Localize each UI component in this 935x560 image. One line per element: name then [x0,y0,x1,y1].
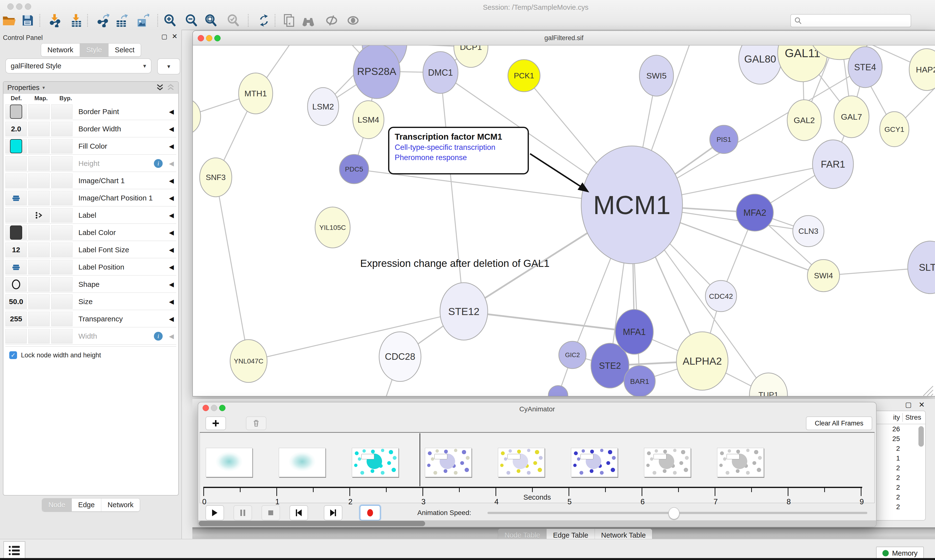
table-row[interactable]: 2 [874,463,925,473]
app-minimize-button[interactable] [16,3,22,10]
frame-thumbnail-5[interactable] [498,448,545,477]
network-node-CLN3[interactable]: CLN3 [793,215,824,247]
network-node-PDC5[interactable]: PDC5 [339,154,369,184]
frame-thumbnail-7[interactable] [644,448,691,477]
play-button[interactable] [205,505,224,520]
property-def-cell[interactable]: 50.0 [5,294,27,309]
network-window-titlebar[interactable]: galFiltered.sif [193,31,935,46]
network-edge[interactable] [216,177,248,361]
clear-all-frames-button[interactable]: Clear All Frames [806,417,872,430]
properties-header[interactable]: Properties ▾ [3,82,178,94]
property-def-cell[interactable] [5,139,27,154]
property-map-cell[interactable] [28,208,50,223]
property-map-cell[interactable] [28,105,50,119]
network-node-SNF3[interactable]: SNF3 [200,158,232,197]
open-folder-icon[interactable] [2,13,17,28]
network-node-GIC2[interactable]: GIC2 [559,341,586,369]
zoom-selected-icon[interactable] [226,13,241,28]
frame-thumbnail-1[interactable] [206,448,253,477]
table-column-header[interactable]: Stres [905,414,921,422]
app-close-button[interactable] [7,3,14,10]
save-floppy-icon[interactable] [20,13,35,28]
property-def-cell[interactable] [5,208,27,223]
property-def-cell[interactable]: 12 [5,243,27,257]
export-image-icon[interactable] [136,13,150,28]
search-input[interactable] [790,14,911,27]
property-def-cell[interactable] [5,277,27,292]
table-row[interactable]: 2 [874,502,925,512]
network-node-PCK1[interactable]: PCK1 [508,60,540,92]
network-node-LSM2[interactable]: LSM2 [307,88,339,126]
network-edge[interactable] [464,311,634,332]
network-node-BAR1[interactable]: BAR1 [624,366,655,397]
network-node-STE4[interactable]: STE4 [848,47,882,88]
property-map-cell[interactable] [28,277,50,292]
table-column-header[interactable]: ity [874,414,900,422]
network-node-DCP1[interactable]: DCP1 [454,46,488,68]
property-row-border-width[interactable]: 2.0Border Width◀ [5,121,176,137]
property-def-cell[interactable] [5,225,27,240]
lock-size-checkbox[interactable]: ✓ [9,351,17,359]
network-node-YNL047C[interactable]: YNL047C [230,340,267,382]
property-byp-cell[interactable] [51,225,73,240]
network-canvas[interactable]: RPS28ADCP1DMC1PCK1MTH1LSM2LSM4SWI5GAL80G… [193,46,935,396]
refresh-icon[interactable] [257,13,271,28]
info-icon[interactable]: i [154,332,163,341]
pause-button[interactable] [233,505,252,520]
table-row[interactable]: 26 [874,424,925,434]
table-row[interactable]: 1 [874,454,925,463]
property-map-cell[interactable] [28,243,50,257]
expand-all-icon[interactable] [156,84,164,91]
table-row[interactable]: 2 [874,444,925,454]
float-panel-icon[interactable]: ▢ [161,33,167,40]
annotation-box[interactable]: Transcription factor MCM1 Cell-type-spec… [388,127,529,174]
property-row-transparency[interactable]: 255Transparency◀ [5,311,176,328]
table-scrollbar[interactable] [918,426,924,514]
expand-property-icon[interactable]: ◀ [169,263,174,271]
expand-property-icon[interactable]: ◀ [169,298,174,306]
close-panel-icon[interactable]: ✕ [919,402,925,408]
property-byp-cell[interactable] [51,277,73,292]
property-map-cell[interactable] [28,312,50,326]
property-row-border-paint[interactable]: Border Paint◀ [5,104,176,120]
annotation-link-1[interactable]: Cell-type-specific transcription [395,143,522,152]
zoom-fit-icon[interactable] [204,13,218,28]
property-byp-cell[interactable] [51,208,73,223]
expand-property-icon[interactable]: ◀ [169,160,174,168]
eye-icon[interactable] [346,13,360,28]
info-icon[interactable]: i [154,159,163,168]
network-node-GAL7[interactable]: GAL7 [834,96,869,138]
memory-button[interactable]: Memory [876,547,924,560]
property-def-cell[interactable] [5,156,27,171]
record-button[interactable] [360,505,380,520]
property-row-size[interactable]: 50.0Size◀ [5,294,176,310]
timeline[interactable]: Seconds 0123456789 [200,432,875,503]
zoom-out-icon[interactable] [184,13,199,28]
property-byp-cell[interactable] [51,312,73,326]
frame-thumbnail-6[interactable] [571,448,618,477]
frame-thumbnail-8[interactable] [717,448,764,477]
property-row-label-position[interactable]: Label Position◀ [5,259,176,275]
property-map-cell[interactable] [28,174,50,188]
property-row-label[interactable]: Label◀ [5,207,176,224]
tab-style[interactable]: Style [80,43,108,57]
property-def-cell[interactable] [5,191,27,205]
property-byp-cell[interactable] [51,174,73,188]
expand-property-icon[interactable]: ◀ [169,315,174,323]
tab-network[interactable]: Network [101,498,140,511]
property-row-fill-color[interactable]: Fill Color◀ [5,138,176,155]
property-byp-cell[interactable] [51,105,73,119]
duplicate-view-icon[interactable] [282,13,296,28]
table-row[interactable]: 2 [874,473,925,483]
frame-thumbnail-4[interactable] [425,448,472,477]
property-byp-cell[interactable] [51,122,73,136]
expand-property-icon[interactable]: ◀ [169,177,174,185]
expand-property-icon[interactable]: ◀ [169,194,174,202]
network-node-MFA1[interactable]: MFA1 [615,309,653,354]
network-node-MCM1[interactable]: MCM1 [581,146,682,264]
property-row-height[interactable]: Heighti◀ [5,155,176,172]
network-node-CDC28[interactable]: CDC28 [379,332,421,382]
property-def-cell[interactable] [5,105,27,119]
network-node-SLT2[interactable]: SLT2 [908,241,935,294]
network-node-RPS28A[interactable]: RPS28A [353,46,400,98]
